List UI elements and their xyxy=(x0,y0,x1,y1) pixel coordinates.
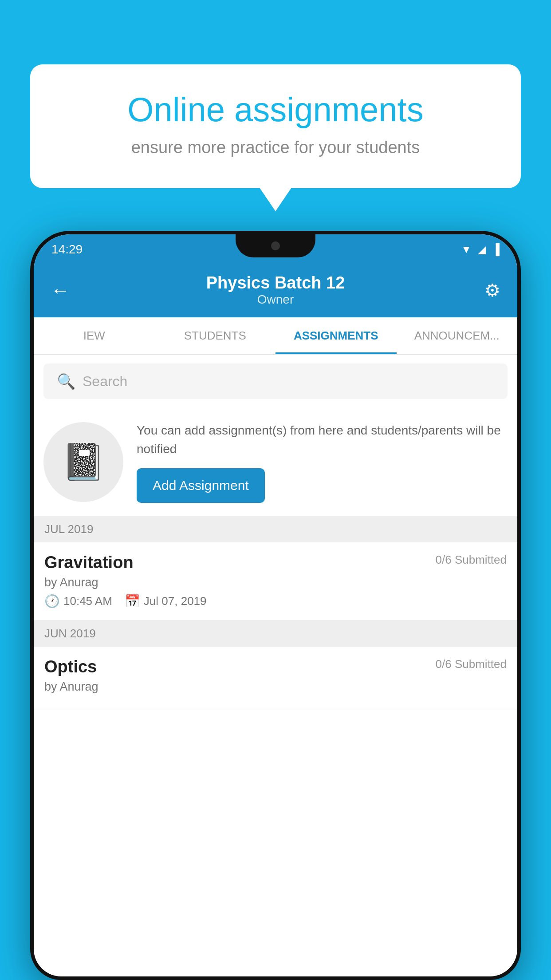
status-bar: 14:29 ▼ ◢ ▐ xyxy=(34,234,517,265)
speech-bubble-title: Online assignments xyxy=(61,91,490,128)
notebook-icon: 📓 xyxy=(61,441,106,483)
speech-bubble-subtitle: ensure more practice for your students xyxy=(61,138,490,157)
assignment-title-gravitation: Gravitation xyxy=(44,553,134,572)
assignment-submitted-optics: 0/6 Submitted xyxy=(436,657,507,671)
header-subtitle: Owner xyxy=(206,292,345,307)
meta-date-gravitation: 📅 Jul 07, 2019 xyxy=(125,594,207,609)
assignment-time-gravitation: 10:45 AM xyxy=(63,594,112,608)
search-bar[interactable]: 🔍 Search xyxy=(43,364,508,399)
assignment-by-gravitation: by Anurag xyxy=(44,576,507,589)
clock-icon: 🕐 xyxy=(44,594,60,609)
section-label-jun: JUN 2019 xyxy=(44,627,96,640)
search-icon: 🔍 xyxy=(57,372,75,390)
assignment-header-optics: Optics 0/6 Submitted xyxy=(44,657,507,676)
assignment-item-gravitation[interactable]: Gravitation 0/6 Submitted by Anurag 🕐 10… xyxy=(34,542,517,620)
assignment-header-gravitation: Gravitation 0/6 Submitted xyxy=(44,553,507,572)
promo-section: 📓 You can add assignment(s) from here an… xyxy=(34,408,517,516)
speech-bubble-card: Online assignments ensure more practice … xyxy=(30,64,521,188)
promo-content: You can add assignment(s) from here and … xyxy=(137,421,508,503)
assignment-submitted-gravitation: 0/6 Submitted xyxy=(436,553,507,567)
phone-screen: 14:29 ▼ ◢ ▐ ← Physics Batch 12 Owner ⚙ I… xyxy=(34,234,517,976)
back-button[interactable]: ← xyxy=(51,281,70,300)
promo-text: You can add assignment(s) from here and … xyxy=(137,421,508,458)
search-input[interactable]: Search xyxy=(83,373,127,390)
promo-icon-circle: 📓 xyxy=(43,422,123,502)
assignment-by-optics: by Anurag xyxy=(44,680,507,694)
section-label-jul: JUL 2019 xyxy=(44,522,93,536)
assignment-title-optics: Optics xyxy=(44,657,97,676)
tabs-bar: IEW STUDENTS ASSIGNMENTS ANNOUNCEM... xyxy=(34,317,517,355)
header-title: Physics Batch 12 xyxy=(206,273,345,292)
settings-icon[interactable]: ⚙ xyxy=(484,280,500,300)
app-header: ← Physics Batch 12 Owner ⚙ xyxy=(34,265,517,317)
camera-dot xyxy=(271,241,280,250)
section-jul-2019: JUL 2019 xyxy=(34,516,517,542)
meta-time-gravitation: 🕐 10:45 AM xyxy=(44,594,112,609)
tab-students[interactable]: STUDENTS xyxy=(155,317,276,354)
tab-assignments[interactable]: ASSIGNMENTS xyxy=(276,317,397,354)
status-icons: ▼ ◢ ▐ xyxy=(461,243,500,256)
section-jun-2019: JUN 2019 xyxy=(34,620,517,647)
notch xyxy=(236,234,315,257)
header-title-block: Physics Batch 12 Owner xyxy=(206,273,345,307)
assignment-meta-gravitation: 🕐 10:45 AM 📅 Jul 07, 2019 xyxy=(44,594,507,609)
add-assignment-button[interactable]: Add Assignment xyxy=(137,468,265,503)
tab-iew[interactable]: IEW xyxy=(34,317,155,354)
phone-frame: 14:29 ▼ ◢ ▐ ← Physics Batch 12 Owner ⚙ I… xyxy=(30,231,521,980)
battery-icon: ▐ xyxy=(492,243,500,256)
tab-announcements[interactable]: ANNOUNCEM... xyxy=(397,317,518,354)
calendar-icon: 📅 xyxy=(125,594,140,609)
signal-icon: ◢ xyxy=(478,243,486,256)
status-time: 14:29 xyxy=(51,242,83,257)
assignment-item-optics[interactable]: Optics 0/6 Submitted by Anurag xyxy=(34,647,517,710)
wifi-icon: ▼ xyxy=(461,243,472,256)
assignment-date-gravitation: Jul 07, 2019 xyxy=(144,594,207,608)
search-container: 🔍 Search xyxy=(34,355,517,408)
